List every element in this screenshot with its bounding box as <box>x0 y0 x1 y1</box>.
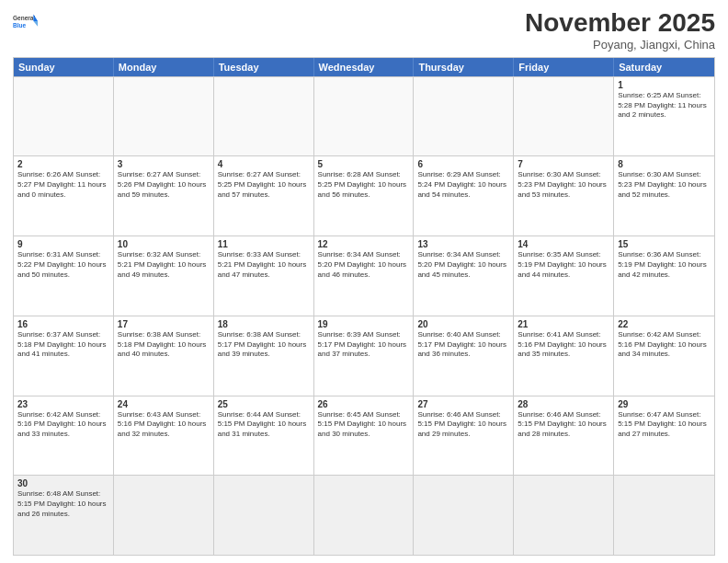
day-number: 21 <box>518 319 609 329</box>
day-number: 5 <box>318 159 410 169</box>
day-number: 7 <box>518 159 609 169</box>
cal-cell-r5-c4 <box>414 476 514 555</box>
cell-info: Sunrise: 6:26 AM Sunset: 5:27 PM Dayligh… <box>17 170 109 200</box>
day-number: 12 <box>318 239 410 249</box>
logo-icon: GeneralBlue <box>13 9 39 35</box>
day-number: 16 <box>17 319 109 329</box>
day-number: 30 <box>17 478 109 488</box>
cell-info: Sunrise: 6:29 AM Sunset: 5:24 PM Dayligh… <box>417 170 509 200</box>
cal-cell-r1-c0: 2Sunrise: 6:26 AM Sunset: 5:27 PM Daylig… <box>14 156 114 236</box>
cal-cell-r5-c6 <box>614 476 714 555</box>
cal-cell-r3-c0: 16Sunrise: 6:37 AM Sunset: 5:18 PM Dayli… <box>14 316 114 396</box>
cal-cell-r1-c4: 6Sunrise: 6:29 AM Sunset: 5:24 PM Daylig… <box>414 156 514 236</box>
day-number: 2 <box>17 159 109 169</box>
cal-cell-r4-c5: 28Sunrise: 6:46 AM Sunset: 5:15 PM Dayli… <box>514 396 614 476</box>
cell-info: Sunrise: 6:31 AM Sunset: 5:22 PM Dayligh… <box>17 250 109 280</box>
subtitle: Poyang, Jiangxi, China <box>525 38 715 52</box>
cal-cell-r5-c5 <box>514 476 614 555</box>
cal-cell-r3-c2: 18Sunrise: 6:38 AM Sunset: 5:17 PM Dayli… <box>214 316 314 396</box>
cell-info: Sunrise: 6:41 AM Sunset: 5:16 PM Dayligh… <box>518 330 609 360</box>
cal-cell-r2-c4: 13Sunrise: 6:34 AM Sunset: 5:20 PM Dayli… <box>414 236 514 316</box>
cell-info: Sunrise: 6:46 AM Sunset: 5:15 PM Dayligh… <box>518 410 609 440</box>
cell-info: Sunrise: 6:37 AM Sunset: 5:18 PM Dayligh… <box>17 330 109 360</box>
day-number: 11 <box>218 239 310 249</box>
cal-cell-r0-c3 <box>314 77 415 156</box>
day-number: 6 <box>417 159 509 169</box>
cal-cell-r0-c2 <box>214 77 314 156</box>
cell-info: Sunrise: 6:48 AM Sunset: 5:15 PM Dayligh… <box>17 489 109 519</box>
calendar-row-3: 16Sunrise: 6:37 AM Sunset: 5:18 PM Dayli… <box>14 316 714 396</box>
cell-info: Sunrise: 6:32 AM Sunset: 5:21 PM Dayligh… <box>118 250 210 280</box>
cell-info: Sunrise: 6:33 AM Sunset: 5:21 PM Dayligh… <box>218 250 310 280</box>
day-number: 10 <box>118 239 210 249</box>
svg-marker-3 <box>33 21 38 27</box>
cell-info: Sunrise: 6:30 AM Sunset: 5:23 PM Dayligh… <box>618 170 711 200</box>
cal-cell-r1-c6: 8Sunrise: 6:30 AM Sunset: 5:23 PM Daylig… <box>614 156 714 236</box>
day-number: 20 <box>417 319 509 329</box>
cell-info: Sunrise: 6:27 AM Sunset: 5:25 PM Dayligh… <box>218 170 310 200</box>
day-number: 23 <box>17 399 109 409</box>
header-sunday: Sunday <box>14 58 114 76</box>
cal-cell-r4-c1: 24Sunrise: 6:43 AM Sunset: 5:16 PM Dayli… <box>114 396 214 476</box>
header: GeneralBlue November 2025 Poyang, Jiangx… <box>13 9 715 52</box>
page: GeneralBlue November 2025 Poyang, Jiangx… <box>0 0 728 563</box>
day-number: 27 <box>417 399 509 409</box>
cal-cell-r2-c1: 10Sunrise: 6:32 AM Sunset: 5:21 PM Dayli… <box>114 236 214 316</box>
svg-text:Blue: Blue <box>13 22 26 29</box>
cell-info: Sunrise: 6:45 AM Sunset: 5:15 PM Dayligh… <box>318 410 410 440</box>
main-title: November 2025 <box>525 9 715 38</box>
cal-cell-r3-c1: 17Sunrise: 6:38 AM Sunset: 5:18 PM Dayli… <box>114 316 214 396</box>
cal-cell-r5-c2 <box>214 476 314 555</box>
day-number: 18 <box>218 319 310 329</box>
cell-info: Sunrise: 6:43 AM Sunset: 5:16 PM Dayligh… <box>118 410 210 440</box>
cal-cell-r3-c4: 20Sunrise: 6:40 AM Sunset: 5:17 PM Dayli… <box>414 316 514 396</box>
cal-cell-r0-c1 <box>114 77 214 156</box>
day-number: 26 <box>318 399 410 409</box>
day-number: 25 <box>218 399 310 409</box>
cal-cell-r1-c2: 4Sunrise: 6:27 AM Sunset: 5:25 PM Daylig… <box>214 156 314 236</box>
cal-cell-r1-c5: 7Sunrise: 6:30 AM Sunset: 5:23 PM Daylig… <box>514 156 614 236</box>
cal-cell-r0-c5 <box>514 77 614 156</box>
header-friday: Friday <box>514 58 614 76</box>
cell-info: Sunrise: 6:30 AM Sunset: 5:23 PM Dayligh… <box>518 170 609 200</box>
day-number: 15 <box>618 239 711 249</box>
cell-info: Sunrise: 6:34 AM Sunset: 5:20 PM Dayligh… <box>318 250 410 280</box>
cell-info: Sunrise: 6:38 AM Sunset: 5:18 PM Dayligh… <box>118 330 210 360</box>
cal-cell-r1-c3: 5Sunrise: 6:28 AM Sunset: 5:25 PM Daylig… <box>314 156 415 236</box>
cell-info: Sunrise: 6:28 AM Sunset: 5:25 PM Dayligh… <box>318 170 410 200</box>
cell-info: Sunrise: 6:42 AM Sunset: 5:16 PM Dayligh… <box>17 410 109 440</box>
calendar-row-5: 30Sunrise: 6:48 AM Sunset: 5:15 PM Dayli… <box>14 475 714 555</box>
cal-cell-r3-c5: 21Sunrise: 6:41 AM Sunset: 5:16 PM Dayli… <box>514 316 614 396</box>
calendar-row-4: 23Sunrise: 6:42 AM Sunset: 5:16 PM Dayli… <box>14 396 714 476</box>
cell-info: Sunrise: 6:39 AM Sunset: 5:17 PM Dayligh… <box>318 330 410 360</box>
svg-text:General: General <box>13 15 35 21</box>
calendar: Sunday Monday Tuesday Wednesday Thursday… <box>13 57 715 556</box>
cal-cell-r1-c1: 3Sunrise: 6:27 AM Sunset: 5:26 PM Daylig… <box>114 156 214 236</box>
cal-cell-r3-c3: 19Sunrise: 6:39 AM Sunset: 5:17 PM Dayli… <box>314 316 415 396</box>
cell-info: Sunrise: 6:27 AM Sunset: 5:26 PM Dayligh… <box>118 170 210 200</box>
calendar-row-1: 2Sunrise: 6:26 AM Sunset: 5:27 PM Daylig… <box>14 155 714 236</box>
day-number: 28 <box>518 399 609 409</box>
calendar-row-2: 9Sunrise: 6:31 AM Sunset: 5:22 PM Daylig… <box>14 236 714 316</box>
cell-info: Sunrise: 6:35 AM Sunset: 5:19 PM Dayligh… <box>518 250 609 280</box>
day-number: 1 <box>618 80 711 90</box>
day-number: 9 <box>17 239 109 249</box>
cal-cell-r5-c0: 30Sunrise: 6:48 AM Sunset: 5:15 PM Dayli… <box>14 476 114 555</box>
cal-cell-r2-c6: 15Sunrise: 6:36 AM Sunset: 5:19 PM Dayli… <box>614 236 714 316</box>
header-thursday: Thursday <box>414 58 514 76</box>
day-number: 13 <box>417 239 509 249</box>
cell-info: Sunrise: 6:25 AM Sunset: 5:28 PM Dayligh… <box>618 91 711 121</box>
cal-cell-r5-c1 <box>114 476 214 555</box>
cal-cell-r4-c6: 29Sunrise: 6:47 AM Sunset: 5:15 PM Dayli… <box>614 396 714 476</box>
cell-info: Sunrise: 6:38 AM Sunset: 5:17 PM Dayligh… <box>218 330 310 360</box>
cal-cell-r2-c2: 11Sunrise: 6:33 AM Sunset: 5:21 PM Dayli… <box>214 236 314 316</box>
calendar-row-0: 1Sunrise: 6:25 AM Sunset: 5:28 PM Daylig… <box>14 76 714 156</box>
day-number: 29 <box>618 399 711 409</box>
day-number: 14 <box>518 239 609 249</box>
cell-info: Sunrise: 6:46 AM Sunset: 5:15 PM Dayligh… <box>417 410 509 440</box>
cell-info: Sunrise: 6:42 AM Sunset: 5:16 PM Dayligh… <box>618 330 711 360</box>
cell-info: Sunrise: 6:47 AM Sunset: 5:15 PM Dayligh… <box>618 410 711 440</box>
day-number: 4 <box>218 159 310 169</box>
header-wednesday: Wednesday <box>314 58 415 76</box>
day-number: 24 <box>118 399 210 409</box>
